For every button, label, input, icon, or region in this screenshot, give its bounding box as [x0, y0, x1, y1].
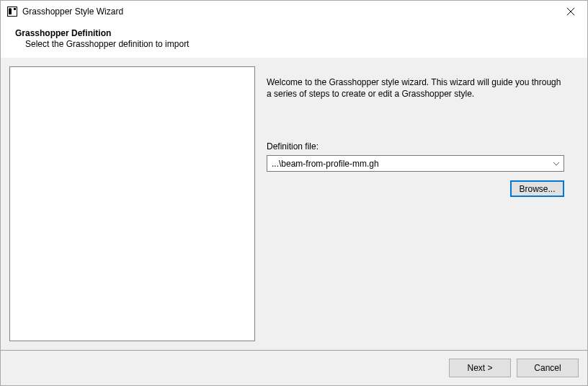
- close-button[interactable]: [554, 1, 587, 22]
- definition-file-combobox[interactable]: ...\beam-from-profile-mm.gh: [267, 155, 564, 172]
- wizard-header: Grasshopper Definition Select the Grassh…: [1, 22, 587, 58]
- chevron-down-icon: [550, 156, 562, 171]
- window-title: Grasshopper Style Wizard: [22, 6, 554, 17]
- header-subtitle: Select the Grasshopper definition to imp…: [15, 39, 580, 49]
- wizard-body: Welcome to the Grasshopper style wizard.…: [1, 58, 587, 350]
- close-icon: [567, 8, 574, 15]
- cancel-button[interactable]: Cancel: [517, 359, 579, 377]
- browse-row: Browse...: [267, 180, 564, 197]
- definition-file-label: Definition file:: [267, 141, 564, 152]
- next-button[interactable]: Next >: [449, 359, 511, 377]
- svg-rect-2: [14, 8, 16, 10]
- browse-button[interactable]: Browse...: [510, 180, 564, 197]
- content-panel: Welcome to the Grasshopper style wizard.…: [262, 66, 579, 341]
- definition-file-value: ...\beam-from-profile-mm.gh: [272, 159, 550, 169]
- header-title: Grasshopper Definition: [15, 28, 580, 38]
- app-icon: [6, 6, 18, 17]
- titlebar: Grasshopper Style Wizard: [1, 1, 587, 22]
- preview-panel: [9, 66, 255, 341]
- wizard-footer: Next > Cancel: [1, 350, 587, 385]
- welcome-text: Welcome to the Grasshopper style wizard.…: [267, 76, 564, 100]
- wizard-window: Grasshopper Style Wizard Grasshopper Def…: [0, 0, 588, 386]
